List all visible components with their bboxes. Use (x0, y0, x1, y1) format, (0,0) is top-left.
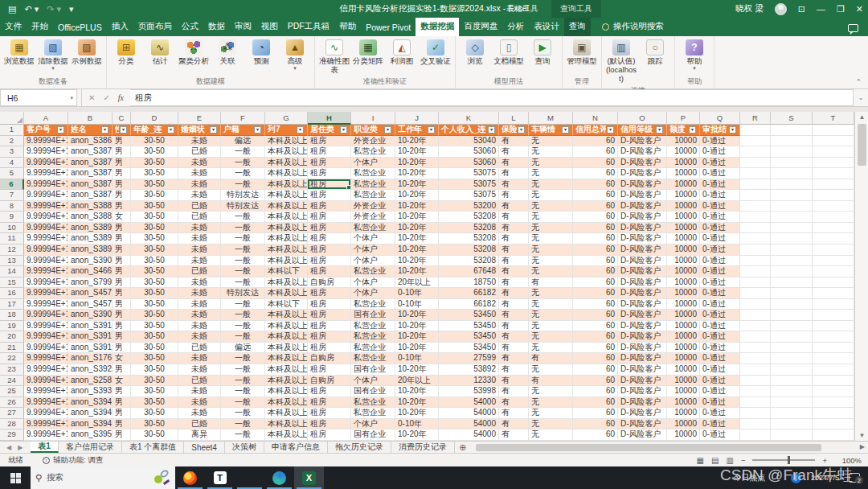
cell-F17[interactable]: 一般 (221, 299, 265, 310)
cell-D24[interactable]: 30-50 (131, 376, 178, 387)
cell-L22[interactable]: 有 (499, 353, 529, 364)
cell-K3[interactable]: 53060 (439, 146, 499, 158)
cell-E15[interactable]: 未婚 (178, 277, 221, 289)
cell-Q2[interactable]: 0-通过 (700, 136, 740, 147)
cell-B29[interactable]: anon_S3952 (68, 429, 113, 441)
help-button[interactable]: ?帮助▾ (678, 38, 711, 72)
cell-L10[interactable]: 有 (499, 223, 529, 234)
row-header[interactable]: 10 (0, 223, 24, 234)
page-layout-view-icon[interactable]: ▤ (711, 456, 719, 465)
redo-icon[interactable]: ↷ ▾ (47, 4, 61, 14)
cell-J10[interactable]: 10-20年 (395, 223, 439, 234)
cell-K5[interactable]: 53075 (439, 168, 499, 179)
cell-G12[interactable]: 本科及以上 (265, 244, 308, 256)
cell-I20[interactable]: 私营企业 (351, 331, 395, 343)
empty-cell[interactable] (740, 201, 771, 212)
cell-A19[interactable]: 9.99994E+11 (24, 321, 68, 332)
cell-H4[interactable]: 租房 (308, 158, 351, 169)
cell-D11[interactable]: 30-50 (131, 233, 178, 244)
empty-cell[interactable] (813, 212, 854, 223)
cell-O6[interactable]: D-风险客户 (618, 179, 667, 191)
cell-K11[interactable]: 53208 (439, 233, 499, 244)
cell-Q12[interactable]: 0-通过 (700, 244, 740, 256)
ribbon-tab-分析[interactable]: 分析 (502, 18, 529, 36)
empty-cell[interactable] (740, 408, 771, 419)
cell-G24[interactable]: 本科及以上 (265, 376, 308, 387)
cell-M14[interactable]: 无 (529, 266, 573, 277)
cell-E16[interactable]: 未婚 (178, 288, 221, 299)
cell-Q11[interactable]: 0-通过 (700, 233, 740, 244)
cell-I2[interactable]: 外资企业 (351, 136, 395, 147)
cell-K6[interactable]: 53075 (439, 179, 499, 191)
class-matrix-button[interactable]: ▦分类矩阵 (351, 38, 385, 67)
empty-cell[interactable] (813, 397, 854, 409)
cell-L29[interactable]: 有 (499, 429, 529, 441)
cell-F9[interactable]: 一般 (221, 212, 265, 223)
cell-C22[interactable]: 女 (113, 353, 131, 364)
cell-P28[interactable]: 10000 (667, 419, 700, 430)
cell-J25[interactable]: 10-20年 (395, 386, 439, 397)
empty-cell[interactable] (813, 179, 854, 191)
cell-K8[interactable]: 53200 (439, 201, 499, 212)
cell-A22[interactable]: 9.99994E+11 (24, 353, 68, 364)
empty-cell[interactable] (771, 419, 813, 430)
cell-L11[interactable]: 有 (499, 233, 529, 244)
cell-B9[interactable]: anon_S3888 (68, 212, 113, 223)
cell-A21[interactable]: 9.99994E+11 (24, 343, 68, 354)
cell-H26[interactable]: 租房 (308, 397, 351, 409)
cell-F3[interactable]: 一般 (221, 146, 265, 158)
cell-N23[interactable]: 60 (573, 364, 618, 376)
cell-O13[interactable]: D-风险客户 (618, 256, 667, 267)
cell-D28[interactable]: 30-50 (131, 419, 178, 430)
cell-E17[interactable]: 未婚 (178, 299, 221, 310)
cell-L14[interactable]: 有 (499, 266, 529, 277)
cell-C10[interactable]: 男 (113, 223, 131, 234)
cell-D21[interactable]: 30-50 (131, 343, 178, 354)
cell-A28[interactable]: 9.99994E+11 (24, 419, 68, 430)
cell-D10[interactable]: 30-50 (131, 223, 178, 234)
cell-C24[interactable]: 女 (113, 376, 131, 387)
cell-L26[interactable]: 有 (499, 397, 529, 409)
cell-D9[interactable]: 30-50 (131, 212, 178, 223)
cell-Q26[interactable]: 0-通过 (700, 397, 740, 409)
row-header[interactable]: 4 (0, 158, 24, 169)
empty-cell[interactable] (740, 310, 771, 321)
cell-G26[interactable]: 本科及以上 (265, 397, 308, 409)
comment-icon[interactable] (848, 24, 858, 32)
filter-dropdown-icon[interactable]: ▾ (297, 126, 304, 134)
cell-M16[interactable]: 无 (529, 288, 573, 299)
cell-N24[interactable]: 60 (573, 376, 618, 387)
empty-cell[interactable] (740, 364, 771, 376)
cell-H7[interactable]: 租房 (308, 190, 351, 201)
cell-B3[interactable]: anon_S3873 (68, 146, 113, 158)
close-button[interactable]: ✕ (856, 4, 863, 14)
cell-H23[interactable]: 租房 (308, 364, 351, 376)
empty-cell[interactable] (771, 321, 813, 332)
cell-C2[interactable]: 男 (113, 136, 131, 147)
cell-I19[interactable]: 私营企业 (351, 321, 395, 332)
cell-A3[interactable]: 9.99994E+11 (24, 146, 68, 158)
cell-N6[interactable]: 60 (573, 179, 618, 191)
cell-E10[interactable]: 未婚 (178, 223, 221, 234)
cell-K18[interactable]: 53450 (439, 310, 499, 321)
cell-Q21[interactable]: 0-通过 (700, 343, 740, 354)
cell-N9[interactable]: 60 (573, 212, 618, 223)
cell-B20[interactable]: anon_S3911 (68, 331, 113, 343)
cell-F19[interactable]: 一般 (221, 321, 265, 332)
column-header-N[interactable]: N (573, 112, 618, 125)
cell-E6[interactable]: 未婚 (178, 179, 221, 191)
cell-M19[interactable]: 无 (529, 321, 573, 332)
cell-L2[interactable]: 有 (499, 136, 529, 147)
cell-K29[interactable]: 54000 (439, 429, 499, 441)
cell-H10[interactable]: 租房 (308, 223, 351, 234)
empty-cell[interactable] (740, 212, 771, 223)
empty-cell[interactable] (740, 386, 771, 397)
cell-O8[interactable]: D-风险客户 (618, 201, 667, 212)
cell-J4[interactable]: 10-20年 (395, 158, 439, 169)
empty-cell[interactable] (813, 190, 854, 201)
horizontal-scrollbar[interactable]: ▶ (471, 442, 868, 453)
cell-O21[interactable]: D-风险客户 (618, 343, 667, 354)
cell-Q24[interactable]: 0-通过 (700, 376, 740, 387)
empty-cell[interactable] (771, 136, 813, 147)
cell-K21[interactable]: 53450 (439, 343, 499, 354)
